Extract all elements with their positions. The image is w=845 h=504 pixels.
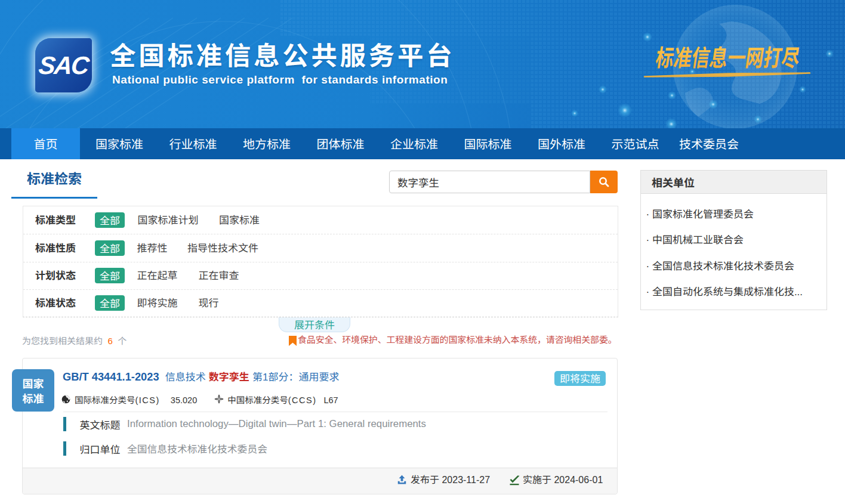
svg-text:标准信息一网打尽: 标准信息一网打尽: [653, 39, 803, 73]
